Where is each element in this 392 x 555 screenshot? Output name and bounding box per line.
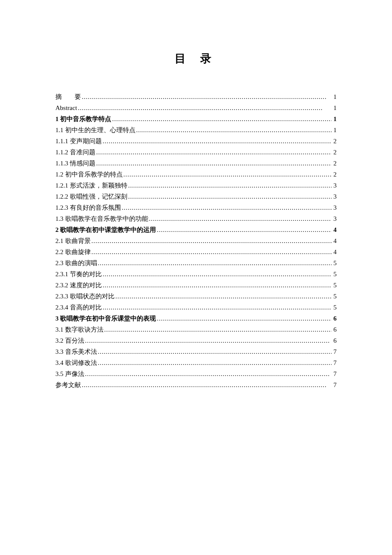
toc-entry: 1.2.1 形式活泼，新颖独特 3 [55, 180, 337, 191]
toc-entry: 摘 要1 [55, 92, 337, 102]
toc-entry-page: 1 [331, 103, 337, 113]
toc-entry-page: 7 [331, 380, 337, 390]
toc-leader-dots [104, 324, 332, 335]
toc-entry-label: 1.2.1 形式活泼，新颖独特 [55, 180, 127, 191]
toc-entry-label: 1.1.3 情感问题 [55, 158, 95, 168]
toc-entry: 2.3.1 节奏的对比5 [55, 269, 337, 279]
toc-leader-dots [81, 380, 331, 390]
toc-entry-label: 1.2.3 有良好的音乐氛围 [55, 202, 121, 213]
toc-entry-page: 4 [331, 225, 337, 235]
toc-entry: Abstract1 [55, 103, 337, 113]
toc-entry-page: 6 [331, 324, 337, 335]
toc-entry-page: 6 [331, 313, 337, 324]
toc-leader-dots [84, 369, 332, 379]
toc-entry-page: 2 [331, 169, 337, 179]
toc-entry-label: 3 歌唱教学在初中音乐课堂中的表现 [55, 313, 156, 324]
toc-entry: 1 初中音乐教学特点1 [55, 114, 337, 124]
toc-entry-page: 2 [331, 147, 337, 157]
toc-entry: 2.3.3 歌唱状态的对比 5 [55, 291, 337, 301]
toc-entry-label: 2.3 歌曲的演唱 [55, 258, 97, 268]
toc-entry: 3 歌唱教学在初中音乐课堂中的表现6 [55, 313, 337, 324]
toc-entry: 1.1.2 音准问题2 [55, 147, 337, 157]
toc-entry: 3.2 百分法6 [55, 335, 337, 346]
toc-leader-dots [97, 347, 332, 357]
toc-leader-dots [102, 136, 331, 146]
toc-leader-dots [91, 247, 332, 257]
toc-entry-label: 3.5 声像法 [55, 369, 84, 379]
toc-entry-label: 2.2 歌曲旋律 [55, 247, 91, 257]
toc-entry-label: 1.1.2 音准问题 [55, 147, 95, 157]
toc-entry-label: 1.1.1 变声期问题 [55, 136, 102, 146]
toc-entry: 1.1.1 变声期问题2 [55, 136, 337, 146]
toc-entry-page: 4 [331, 236, 337, 246]
toc-entry-label: 1.2.2 歌唱性强，记忆深刻 [55, 191, 127, 202]
toc-entry: 1.2 初中音乐教学的特点2 [55, 169, 337, 179]
toc-entry: 3.3 音乐美术法7 [55, 347, 337, 357]
toc-leader-dots [91, 236, 332, 246]
page-title: 目 录 [55, 51, 337, 66]
toc-entry-label: 2.3.1 节奏的对比 [55, 269, 102, 279]
toc-leader-dots [102, 269, 331, 279]
toc-entry-page: 3 [331, 202, 337, 213]
toc-entry-label: 3.4 歌词修改法 [55, 358, 97, 368]
toc-entry-label: Abstract [55, 103, 77, 113]
toc-entry-page: 3 [331, 191, 337, 202]
toc-entry-page: 1 [331, 114, 337, 124]
toc-leader-dots [156, 313, 331, 324]
toc-entry-page: 1 [331, 125, 337, 135]
toc-entry: 1.2.2 歌唱性强，记忆深刻3 [55, 191, 337, 202]
toc-entry: 1.1 初中生的生理、心理特点1 [55, 125, 337, 135]
toc-entry-page: 4 [331, 247, 337, 257]
toc-entry-page: 5 [331, 291, 337, 301]
toc-entry-page: 7 [331, 347, 337, 357]
toc-entry: 2.3.4 音高的对比 5 [55, 302, 337, 312]
toc-entry-label: 3.1 数字歌诀方法 [55, 324, 104, 335]
toc-leader-dots [156, 225, 331, 235]
toc-entry: 1.3 歌唱教学在音乐教学中的功能3 [55, 214, 337, 224]
toc-entry-page: 5 [331, 280, 337, 290]
toc-leader-dots [115, 291, 331, 301]
toc-entry: 3.1 数字歌诀方法6 [55, 324, 337, 335]
toc-entry-page: 7 [331, 369, 337, 379]
toc-leader-dots [148, 214, 332, 224]
toc-leader-dots [95, 147, 331, 157]
toc-entry-page: 2 [331, 158, 337, 168]
toc-entry-page: 2 [331, 136, 337, 146]
toc-leader-dots [121, 202, 331, 213]
toc-entry-label: 3.2 百分法 [55, 335, 84, 346]
toc-entry: 1.2.3 有良好的音乐氛围3 [55, 202, 337, 213]
toc-leader-dots [97, 358, 332, 368]
toc-entry-page: 1 [331, 92, 337, 102]
toc-entry-label: 摘 要 [55, 92, 81, 102]
table-of-contents: 摘 要1Abstract11 初中音乐教学特点11.1 初中生的生理、心理特点1… [55, 92, 337, 390]
toc-entry: 2.2 歌曲旋律4 [55, 247, 337, 257]
toc-leader-dots [84, 335, 332, 346]
toc-leader-dots [77, 103, 331, 113]
toc-entry-label: 1.3 歌唱教学在音乐教学中的功能 [55, 214, 148, 224]
toc-entry: 2.3.2 速度的对比 5 [55, 280, 337, 290]
toc-entry-label: 参考文献 [55, 380, 81, 390]
toc-entry: 参考文献7 [55, 380, 337, 390]
toc-leader-dots [127, 180, 331, 191]
toc-entry-page: 5 [331, 269, 337, 279]
toc-entry-page: 6 [331, 335, 337, 346]
toc-entry-label: 1.1 初中生的生理、心理特点 [55, 125, 135, 135]
toc-leader-dots [97, 258, 332, 268]
toc-leader-dots [95, 158, 331, 168]
toc-entry: 3.4 歌词修改法7 [55, 358, 337, 368]
toc-entry-label: 2.3.3 歌唱状态的对比 [55, 291, 115, 301]
toc-entry-page: 5 [331, 302, 337, 312]
toc-leader-dots [111, 114, 331, 124]
toc-leader-dots [102, 302, 331, 312]
toc-entry-label: 2.3.2 速度的对比 [55, 280, 102, 290]
toc-entry-label: 3.3 音乐美术法 [55, 347, 97, 357]
toc-leader-dots [123, 169, 332, 179]
toc-leader-dots [102, 280, 331, 290]
toc-entry-label: 2 歌唱教学在初中课堂教学中的运用 [55, 225, 156, 235]
toc-entry: 2.3 歌曲的演唱5 [55, 258, 337, 268]
toc-leader-dots [135, 125, 332, 135]
toc-entry-label: 1.2 初中音乐教学的特点 [55, 169, 123, 179]
toc-entry-label: 2.1 歌曲背景 [55, 236, 91, 246]
toc-entry-page: 7 [331, 358, 337, 368]
toc-entry-page: 3 [331, 180, 337, 191]
